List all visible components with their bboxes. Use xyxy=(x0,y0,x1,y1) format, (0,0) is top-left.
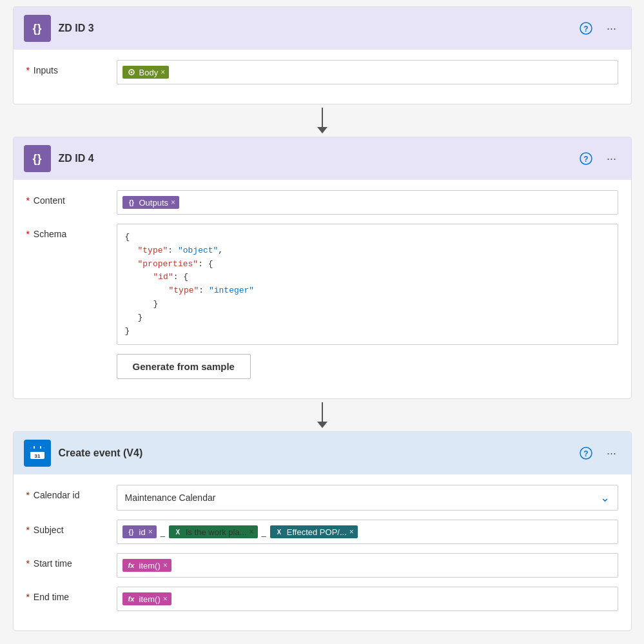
end-time-item-tag: fx item() × xyxy=(122,592,171,605)
generate-from-sample-button[interactable]: Generate from sample xyxy=(117,354,251,379)
content-label: * Content xyxy=(26,190,117,206)
subject-id-tag: {} id × xyxy=(122,525,157,538)
end-time-label: * End time xyxy=(26,587,117,602)
inputs-body-tag-close[interactable]: × xyxy=(161,68,165,77)
help-icon-zd3: ? xyxy=(580,22,592,35)
required-star-start: * xyxy=(26,558,30,569)
schema-line-7: } xyxy=(125,311,610,325)
subject-id-close[interactable]: × xyxy=(148,527,153,536)
content-field-row: * Content {} Outputs xyxy=(26,190,618,215)
outputs-tag-icon: {} xyxy=(126,197,137,208)
card-icon-create-event: 31 xyxy=(24,440,51,467)
curly-brace-icon-zd4: {} xyxy=(32,152,41,166)
subject-pop-close[interactable]: × xyxy=(349,527,354,536)
svg-text:?: ? xyxy=(583,449,588,458)
subject-label: * Subject xyxy=(26,520,117,535)
content-tag-input[interactable]: {} Outputs × xyxy=(117,190,618,215)
card-actions-create-event: ? ··· xyxy=(577,444,621,462)
more-dots-icon-zd4: ··· xyxy=(607,152,616,166)
calendar-id-field-content: Maintenance Calendar ⌄ xyxy=(117,485,618,511)
workflow-container: {} ZD ID 3 ? ··· * Inputs xyxy=(13,6,632,631)
svg-point-4 xyxy=(130,72,132,73)
more-dots-icon-zd3: ··· xyxy=(607,22,616,35)
schema-editor[interactable]: { "type": "object", "properties": { "id"… xyxy=(117,224,618,345)
calendar-id-select[interactable]: Maintenance Calendar ⌄ xyxy=(117,485,618,511)
inputs-field-content: Body × xyxy=(117,60,618,84)
content-field-content: {} Outputs × xyxy=(117,190,618,215)
start-time-label: * Start time xyxy=(26,553,117,569)
schema-line-6: } xyxy=(125,298,610,311)
arrow-shaft-2 xyxy=(322,402,323,422)
schema-line-5: "type": "integer" xyxy=(125,284,610,298)
calendar-icon: 31 xyxy=(29,445,46,462)
card-body-zd3: * Inputs Body xyxy=(14,50,631,104)
arrow-shaft-1 xyxy=(322,108,323,127)
more-button-zd4[interactable]: ··· xyxy=(603,150,621,168)
calendar-id-field-row: * Calendar id Maintenance Calendar ⌄ xyxy=(26,485,618,511)
schema-field-content: { "type": "object", "properties": { "id"… xyxy=(117,224,618,379)
body-tag-icon xyxy=(126,67,137,77)
required-star-schema: * xyxy=(26,229,30,239)
help-button-zd3[interactable]: ? xyxy=(577,19,595,37)
required-star-end: * xyxy=(26,592,30,602)
card-header-zd3: {} ZD ID 3 ? ··· xyxy=(14,7,631,50)
excel-icon-2: X xyxy=(274,527,284,537)
card-actions-zd3: ? ··· xyxy=(577,19,621,37)
required-star-content: * xyxy=(26,195,30,206)
svg-rect-13 xyxy=(34,446,35,449)
start-time-close[interactable]: × xyxy=(163,561,168,570)
content-outputs-tag-close[interactable]: × xyxy=(171,198,175,207)
card-zd-id-3: {} ZD ID 3 ? ··· * Inputs xyxy=(13,6,632,104)
more-button-zd3[interactable]: ··· xyxy=(603,19,621,37)
card-create-event: 31 Create event (V4) ? ··· xyxy=(13,431,632,631)
help-button-create-event[interactable]: ? xyxy=(577,444,595,462)
subject-work-close[interactable]: × xyxy=(249,527,254,536)
subject-pop-tag: X Effected POP/... × xyxy=(270,525,358,538)
card-header-create-event: 31 Create event (V4) ? ··· xyxy=(14,432,631,474)
help-icon-create-event: ? xyxy=(580,447,592,460)
schema-field-row: * Schema { "type": "object", "properties… xyxy=(26,224,618,379)
more-button-create-event[interactable]: ··· xyxy=(603,444,621,462)
end-time-close[interactable]: × xyxy=(163,594,168,603)
help-button-zd4[interactable]: ? xyxy=(577,150,595,168)
arrow-head-2 xyxy=(317,422,327,428)
arrow-line-2 xyxy=(317,402,327,428)
help-icon-zd4: ? xyxy=(580,152,592,165)
inputs-tag-input[interactable]: Body × xyxy=(117,60,618,84)
required-star-inputs: * xyxy=(26,65,30,75)
card-title-zd3: ZD ID 3 xyxy=(59,23,577,34)
start-time-tag-input[interactable]: fx item() × xyxy=(117,553,618,578)
curly-brace-icon-zd3: {} xyxy=(32,22,41,35)
card-header-zd4: {} ZD ID 4 ? ··· xyxy=(14,137,631,180)
end-time-field-content: fx item() × xyxy=(117,587,618,611)
svg-text:{}: {} xyxy=(129,199,134,206)
end-time-tag-input[interactable]: fx item() × xyxy=(117,587,618,611)
card-zd-id-4: {} ZD ID 4 ? ··· * Content xyxy=(13,137,632,399)
card-icon-zd4: {} xyxy=(24,145,51,172)
card-body-zd4: * Content {} Outputs xyxy=(14,180,631,398)
schema-line-8: } xyxy=(125,325,610,338)
schema-line-1: { xyxy=(125,231,610,244)
end-time-field-row: * End time fx item() × xyxy=(26,587,618,611)
start-time-field-row: * Start time fx item() × xyxy=(26,553,618,578)
card-actions-zd4: ? ··· xyxy=(577,150,621,168)
subject-id-icon: {} xyxy=(126,527,137,537)
svg-text:?: ? xyxy=(583,155,588,164)
subject-tag-input[interactable]: {} id × _ X Is the work pla... × _ xyxy=(117,520,618,544)
required-star-subject: * xyxy=(26,525,30,535)
card-icon-zd3: {} xyxy=(24,15,51,42)
chevron-down-icon: ⌄ xyxy=(600,491,610,505)
arrow-line-1 xyxy=(317,108,327,133)
arrow-connector-2 xyxy=(13,399,632,431)
required-star-calendar: * xyxy=(26,490,30,500)
separator-1: _ xyxy=(159,526,166,538)
subject-work-tag: X Is the work pla... × xyxy=(169,525,258,538)
start-time-field-content: fx item() × xyxy=(117,553,618,578)
svg-text:31: 31 xyxy=(34,453,40,459)
subject-field-content: {} id × _ X Is the work pla... × _ xyxy=(117,520,618,544)
arrow-connector-1 xyxy=(13,104,632,137)
fx-icon-start: fx xyxy=(126,560,137,571)
inputs-label: * Inputs xyxy=(26,60,117,75)
schema-line-4: "id": { xyxy=(125,271,610,284)
svg-rect-11 xyxy=(30,451,44,452)
